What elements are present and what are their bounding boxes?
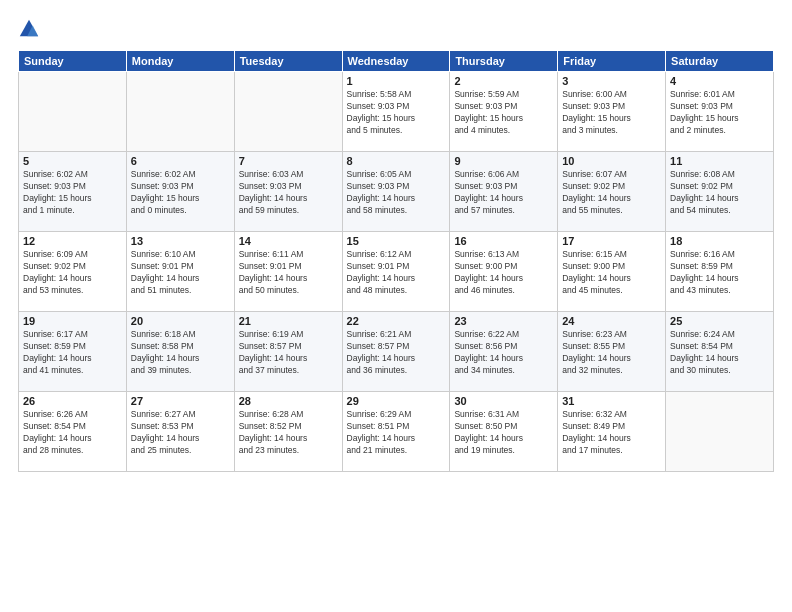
day-info: Sunrise: 6:29 AM Sunset: 8:51 PM Dayligh… — [347, 409, 446, 457]
day-number: 18 — [670, 235, 769, 247]
day-number: 11 — [670, 155, 769, 167]
calendar-cell: 5Sunrise: 6:02 AM Sunset: 9:03 PM Daylig… — [19, 152, 127, 232]
calendar-cell: 20Sunrise: 6:18 AM Sunset: 8:58 PM Dayli… — [126, 312, 234, 392]
day-number: 22 — [347, 315, 446, 327]
day-info: Sunrise: 6:05 AM Sunset: 9:03 PM Dayligh… — [347, 169, 446, 217]
day-info: Sunrise: 6:00 AM Sunset: 9:03 PM Dayligh… — [562, 89, 661, 137]
calendar-week-row: 5Sunrise: 6:02 AM Sunset: 9:03 PM Daylig… — [19, 152, 774, 232]
calendar-cell — [234, 72, 342, 152]
weekday-header: Wednesday — [342, 51, 450, 72]
day-info: Sunrise: 6:11 AM Sunset: 9:01 PM Dayligh… — [239, 249, 338, 297]
calendar-cell — [666, 392, 774, 472]
day-number: 15 — [347, 235, 446, 247]
day-number: 28 — [239, 395, 338, 407]
day-info: Sunrise: 5:59 AM Sunset: 9:03 PM Dayligh… — [454, 89, 553, 137]
day-number: 31 — [562, 395, 661, 407]
day-number: 12 — [23, 235, 122, 247]
day-number: 2 — [454, 75, 553, 87]
day-number: 19 — [23, 315, 122, 327]
calendar-cell: 11Sunrise: 6:08 AM Sunset: 9:02 PM Dayli… — [666, 152, 774, 232]
day-info: Sunrise: 6:24 AM Sunset: 8:54 PM Dayligh… — [670, 329, 769, 377]
calendar-cell: 6Sunrise: 6:02 AM Sunset: 9:03 PM Daylig… — [126, 152, 234, 232]
calendar-cell: 28Sunrise: 6:28 AM Sunset: 8:52 PM Dayli… — [234, 392, 342, 472]
day-number: 27 — [131, 395, 230, 407]
day-info: Sunrise: 6:13 AM Sunset: 9:00 PM Dayligh… — [454, 249, 553, 297]
weekday-header: Friday — [558, 51, 666, 72]
day-info: Sunrise: 6:08 AM Sunset: 9:02 PM Dayligh… — [670, 169, 769, 217]
calendar-cell: 12Sunrise: 6:09 AM Sunset: 9:02 PM Dayli… — [19, 232, 127, 312]
day-number: 3 — [562, 75, 661, 87]
calendar-cell: 7Sunrise: 6:03 AM Sunset: 9:03 PM Daylig… — [234, 152, 342, 232]
calendar-cell: 14Sunrise: 6:11 AM Sunset: 9:01 PM Dayli… — [234, 232, 342, 312]
day-number: 30 — [454, 395, 553, 407]
page-header — [18, 18, 774, 40]
calendar-cell: 15Sunrise: 6:12 AM Sunset: 9:01 PM Dayli… — [342, 232, 450, 312]
calendar-cell: 29Sunrise: 6:29 AM Sunset: 8:51 PM Dayli… — [342, 392, 450, 472]
day-info: Sunrise: 6:10 AM Sunset: 9:01 PM Dayligh… — [131, 249, 230, 297]
calendar-cell: 18Sunrise: 6:16 AM Sunset: 8:59 PM Dayli… — [666, 232, 774, 312]
day-number: 7 — [239, 155, 338, 167]
calendar-cell: 13Sunrise: 6:10 AM Sunset: 9:01 PM Dayli… — [126, 232, 234, 312]
logo-icon — [18, 18, 40, 40]
weekday-header: Monday — [126, 51, 234, 72]
calendar-cell: 17Sunrise: 6:15 AM Sunset: 9:00 PM Dayli… — [558, 232, 666, 312]
day-info: Sunrise: 6:22 AM Sunset: 8:56 PM Dayligh… — [454, 329, 553, 377]
calendar-week-row: 12Sunrise: 6:09 AM Sunset: 9:02 PM Dayli… — [19, 232, 774, 312]
day-info: Sunrise: 6:31 AM Sunset: 8:50 PM Dayligh… — [454, 409, 553, 457]
day-info: Sunrise: 6:15 AM Sunset: 9:00 PM Dayligh… — [562, 249, 661, 297]
weekday-header: Saturday — [666, 51, 774, 72]
calendar-week-row: 1Sunrise: 5:58 AM Sunset: 9:03 PM Daylig… — [19, 72, 774, 152]
weekday-header: Sunday — [19, 51, 127, 72]
calendar-cell: 2Sunrise: 5:59 AM Sunset: 9:03 PM Daylig… — [450, 72, 558, 152]
calendar-cell: 24Sunrise: 6:23 AM Sunset: 8:55 PM Dayli… — [558, 312, 666, 392]
day-info: Sunrise: 6:12 AM Sunset: 9:01 PM Dayligh… — [347, 249, 446, 297]
calendar-week-row: 19Sunrise: 6:17 AM Sunset: 8:59 PM Dayli… — [19, 312, 774, 392]
day-number: 6 — [131, 155, 230, 167]
day-info: Sunrise: 6:07 AM Sunset: 9:02 PM Dayligh… — [562, 169, 661, 217]
day-info: Sunrise: 6:23 AM Sunset: 8:55 PM Dayligh… — [562, 329, 661, 377]
calendar-cell — [126, 72, 234, 152]
calendar-cell: 8Sunrise: 6:05 AM Sunset: 9:03 PM Daylig… — [342, 152, 450, 232]
day-info: Sunrise: 6:19 AM Sunset: 8:57 PM Dayligh… — [239, 329, 338, 377]
day-number: 4 — [670, 75, 769, 87]
day-number: 5 — [23, 155, 122, 167]
day-info: Sunrise: 6:17 AM Sunset: 8:59 PM Dayligh… — [23, 329, 122, 377]
day-number: 14 — [239, 235, 338, 247]
day-info: Sunrise: 6:28 AM Sunset: 8:52 PM Dayligh… — [239, 409, 338, 457]
day-number: 9 — [454, 155, 553, 167]
day-number: 25 — [670, 315, 769, 327]
calendar-cell: 1Sunrise: 5:58 AM Sunset: 9:03 PM Daylig… — [342, 72, 450, 152]
day-info: Sunrise: 6:02 AM Sunset: 9:03 PM Dayligh… — [131, 169, 230, 217]
day-info: Sunrise: 6:03 AM Sunset: 9:03 PM Dayligh… — [239, 169, 338, 217]
day-number: 20 — [131, 315, 230, 327]
calendar-cell: 31Sunrise: 6:32 AM Sunset: 8:49 PM Dayli… — [558, 392, 666, 472]
day-number: 21 — [239, 315, 338, 327]
calendar-cell: 9Sunrise: 6:06 AM Sunset: 9:03 PM Daylig… — [450, 152, 558, 232]
calendar-cell: 4Sunrise: 6:01 AM Sunset: 9:03 PM Daylig… — [666, 72, 774, 152]
day-number: 1 — [347, 75, 446, 87]
day-info: Sunrise: 6:02 AM Sunset: 9:03 PM Dayligh… — [23, 169, 122, 217]
day-number: 10 — [562, 155, 661, 167]
day-number: 17 — [562, 235, 661, 247]
calendar-cell: 23Sunrise: 6:22 AM Sunset: 8:56 PM Dayli… — [450, 312, 558, 392]
day-info: Sunrise: 5:58 AM Sunset: 9:03 PM Dayligh… — [347, 89, 446, 137]
day-info: Sunrise: 6:09 AM Sunset: 9:02 PM Dayligh… — [23, 249, 122, 297]
calendar-cell: 25Sunrise: 6:24 AM Sunset: 8:54 PM Dayli… — [666, 312, 774, 392]
day-info: Sunrise: 6:01 AM Sunset: 9:03 PM Dayligh… — [670, 89, 769, 137]
day-info: Sunrise: 6:16 AM Sunset: 8:59 PM Dayligh… — [670, 249, 769, 297]
weekday-header: Thursday — [450, 51, 558, 72]
day-info: Sunrise: 6:32 AM Sunset: 8:49 PM Dayligh… — [562, 409, 661, 457]
calendar-cell — [19, 72, 127, 152]
calendar-cell: 26Sunrise: 6:26 AM Sunset: 8:54 PM Dayli… — [19, 392, 127, 472]
day-info: Sunrise: 6:06 AM Sunset: 9:03 PM Dayligh… — [454, 169, 553, 217]
day-number: 26 — [23, 395, 122, 407]
calendar-cell: 16Sunrise: 6:13 AM Sunset: 9:00 PM Dayli… — [450, 232, 558, 312]
day-number: 16 — [454, 235, 553, 247]
calendar-cell: 21Sunrise: 6:19 AM Sunset: 8:57 PM Dayli… — [234, 312, 342, 392]
day-info: Sunrise: 6:18 AM Sunset: 8:58 PM Dayligh… — [131, 329, 230, 377]
day-info: Sunrise: 6:26 AM Sunset: 8:54 PM Dayligh… — [23, 409, 122, 457]
calendar-cell: 10Sunrise: 6:07 AM Sunset: 9:02 PM Dayli… — [558, 152, 666, 232]
weekday-header: Tuesday — [234, 51, 342, 72]
calendar-cell: 3Sunrise: 6:00 AM Sunset: 9:03 PM Daylig… — [558, 72, 666, 152]
calendar-table: SundayMondayTuesdayWednesdayThursdayFrid… — [18, 50, 774, 472]
